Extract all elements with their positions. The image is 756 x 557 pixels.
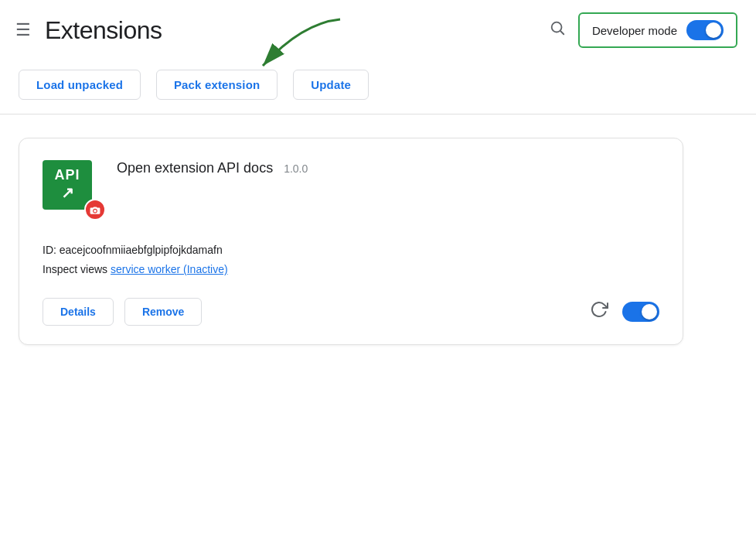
search-icon[interactable]	[549, 19, 566, 41]
page-title: Extensions	[45, 16, 162, 45]
service-worker-link[interactable]: service worker (Inactive)	[111, 263, 228, 275]
card-buttons: Details Remove	[43, 298, 202, 326]
inspect-views-row: Inspect views service worker (Inactive)	[43, 260, 659, 279]
card-details: ID: eacejcoofnmiiaebfglpipfojkdamafn Ins…	[43, 241, 659, 279]
reload-icon	[590, 300, 608, 319]
extension-name-row: Open extension API docs 1.0.0	[117, 160, 659, 176]
toolbar: Load unpacked Pack extension Update	[0, 60, 756, 114]
extension-info: Open extension API docs 1.0.0	[117, 160, 659, 179]
card-top: API ↗ Open extension API docs 1.0.0	[43, 160, 659, 216]
extension-toggle[interactable]	[622, 302, 659, 322]
inspect-label: Inspect views	[43, 263, 107, 275]
svg-point-0	[552, 22, 562, 32]
toolbar-section: Load unpacked Pack extension Update	[0, 60, 756, 114]
header-left: ☰ Extensions	[15, 16, 162, 45]
extension-id-value: eacejcoofnmiiaebfglpipfojkdamafn	[60, 244, 223, 256]
load-unpacked-button[interactable]: Load unpacked	[19, 70, 141, 100]
extension-id-row: ID: eacejcoofnmiiaebfglpipfojkdamafn	[43, 241, 659, 260]
extension-version: 1.0.0	[284, 162, 308, 175]
card-actions: Details Remove	[43, 298, 659, 326]
extension-name: Open extension API docs	[117, 160, 273, 176]
reload-button[interactable]	[590, 300, 608, 323]
card-right	[590, 300, 659, 323]
menu-icon[interactable]: ☰	[15, 22, 31, 39]
extension-card: API ↗ Open extension API docs 1.0.0 ID:	[19, 138, 683, 345]
developer-mode-box: Developer mode	[578, 12, 737, 48]
svg-line-1	[560, 31, 564, 34]
update-button[interactable]: Update	[293, 70, 369, 100]
pack-extension-button[interactable]: Pack extension	[156, 70, 278, 100]
extension-icon-bg: API ↗	[43, 160, 92, 210]
developer-mode-toggle[interactable]	[686, 20, 724, 40]
details-button[interactable]: Details	[43, 298, 114, 326]
extension-icon-wrap: API ↗	[43, 160, 98, 216]
toggle-thumb	[706, 22, 721, 38]
page-header: ☰ Extensions Developer mode	[0, 0, 756, 60]
developer-mode-label: Developer mode	[592, 24, 677, 37]
camera-badge	[84, 199, 106, 220]
remove-button[interactable]: Remove	[124, 298, 202, 326]
main-content: API ↗ Open extension API docs 1.0.0 ID:	[0, 114, 756, 368]
camera-icon	[90, 206, 100, 214]
api-text: API	[54, 168, 80, 182]
arrow-icon: ↗	[61, 183, 74, 202]
id-label: ID:	[43, 244, 56, 256]
header-right: Developer mode	[549, 12, 737, 48]
